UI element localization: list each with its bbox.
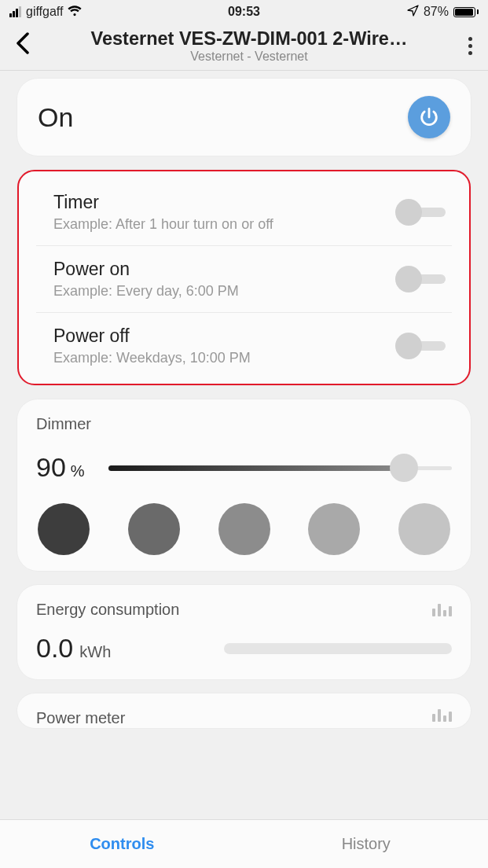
battery-icon bbox=[453, 7, 479, 17]
power-on-subtitle: Example: Every day, 6:00 PM bbox=[53, 283, 387, 300]
battery-pct: 87% bbox=[424, 5, 449, 19]
status-bar: giffgaff 09:53 87% bbox=[0, 0, 488, 24]
dimmer-card: Dimmer 90 % bbox=[17, 399, 471, 571]
dimmer-slider[interactable] bbox=[108, 457, 452, 479]
power-on-toggle[interactable] bbox=[395, 266, 446, 292]
dimmer-slider-knob[interactable] bbox=[390, 454, 418, 482]
timer-subtitle: Example: After 1 hour turn on or off bbox=[53, 216, 387, 233]
page-title: Vesternet VES-ZW-DIM-001 2-Wire… bbox=[50, 28, 448, 50]
more-button[interactable] bbox=[464, 35, 477, 57]
carrier-label: giffgaff bbox=[26, 5, 63, 19]
dimmer-preset-1[interactable] bbox=[38, 503, 90, 555]
bar-chart-icon[interactable] bbox=[432, 709, 452, 722]
page-subtitle: Vesternet - Vesternet bbox=[50, 50, 448, 64]
dimmer-presets bbox=[36, 503, 452, 555]
dimmer-unit: % bbox=[71, 462, 85, 480]
energy-unit: kWh bbox=[79, 643, 111, 661]
power-state-label: On bbox=[38, 102, 73, 133]
power-icon bbox=[418, 106, 440, 128]
power-meter-label: Power meter bbox=[36, 709, 125, 727]
power-state-card: On bbox=[17, 79, 471, 156]
power-meter-card: Power meter bbox=[17, 693, 471, 728]
bottom-tabbar: Controls History bbox=[0, 819, 488, 868]
timer-title: Timer bbox=[53, 192, 387, 213]
power-on-row[interactable]: Power on Example: Every day, 6:00 PM bbox=[36, 246, 452, 313]
header: Vesternet VES-ZW-DIM-001 2-Wire… Vestern… bbox=[0, 24, 488, 71]
back-button[interactable] bbox=[11, 31, 35, 61]
energy-value-number: 0.0 bbox=[36, 633, 73, 664]
wifi-icon bbox=[68, 5, 82, 19]
energy-bar bbox=[224, 643, 452, 654]
dimmer-preset-5[interactable] bbox=[398, 503, 450, 555]
power-off-row[interactable]: Power off Example: Weekdays, 10:00 PM bbox=[36, 313, 452, 379]
content-scroll[interactable]: On Timer Example: After 1 hour turn on o… bbox=[0, 71, 488, 819]
power-off-subtitle: Example: Weekdays, 10:00 PM bbox=[53, 350, 387, 366]
dimmer-value-number: 90 bbox=[36, 452, 66, 483]
energy-value: 0.0 kWh bbox=[36, 633, 111, 664]
power-off-title: Power off bbox=[53, 326, 387, 347]
dimmer-preset-4[interactable] bbox=[308, 503, 360, 555]
power-button[interactable] bbox=[408, 96, 450, 138]
timer-row[interactable]: Timer Example: After 1 hour turn on or o… bbox=[36, 179, 452, 246]
power-on-title: Power on bbox=[53, 259, 387, 280]
timer-toggle[interactable] bbox=[395, 199, 446, 226]
dimmer-preset-2[interactable] bbox=[128, 503, 180, 555]
clock: 09:53 bbox=[228, 5, 260, 19]
signal-icon bbox=[9, 6, 21, 17]
schedule-card: Timer Example: After 1 hour turn on or o… bbox=[17, 170, 471, 385]
tab-controls[interactable]: Controls bbox=[0, 820, 244, 868]
tab-history[interactable]: History bbox=[244, 820, 489, 868]
more-icon bbox=[468, 37, 472, 55]
power-off-toggle[interactable] bbox=[395, 333, 446, 359]
dimmer-value: 90 % bbox=[36, 452, 85, 483]
bar-chart-icon[interactable] bbox=[432, 604, 452, 616]
dimmer-preset-3[interactable] bbox=[218, 503, 270, 555]
location-icon bbox=[407, 5, 419, 20]
energy-card: Energy consumption 0.0 kWh bbox=[17, 585, 471, 679]
energy-label: Energy consumption bbox=[36, 601, 179, 619]
dimmer-label: Dimmer bbox=[36, 415, 452, 433]
